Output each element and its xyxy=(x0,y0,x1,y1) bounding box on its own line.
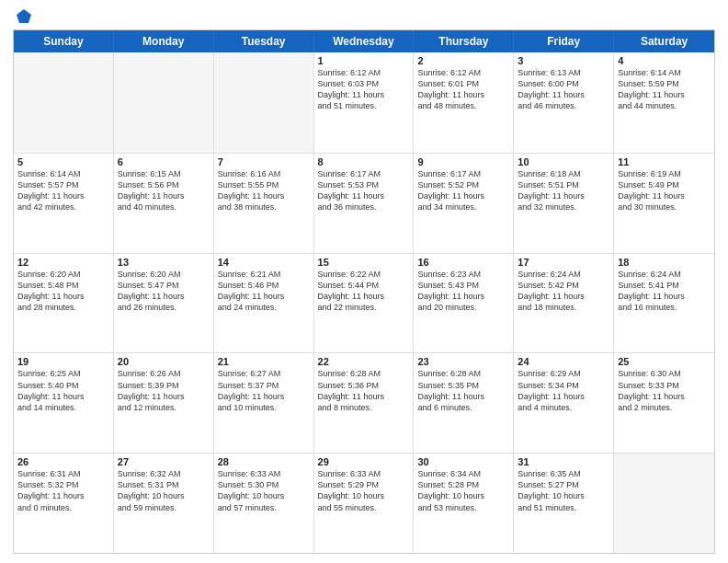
day-number: 18 xyxy=(618,257,711,268)
calendar-cell: 27Sunrise: 6:32 AM Sunset: 5:31 PM Dayli… xyxy=(114,454,214,553)
cell-info: Sunrise: 6:25 AM Sunset: 5:40 PM Dayligh… xyxy=(17,368,109,413)
calendar-cell: 6Sunrise: 6:15 AM Sunset: 5:56 PM Daylig… xyxy=(114,154,214,253)
logo xyxy=(13,9,33,22)
day-number: 12 xyxy=(17,257,109,268)
day-number: 17 xyxy=(518,257,609,268)
calendar-cell: 15Sunrise: 6:22 AM Sunset: 5:44 PM Dayli… xyxy=(314,254,415,353)
cell-info: Sunrise: 6:32 AM Sunset: 5:31 PM Dayligh… xyxy=(118,468,210,513)
calendar-cell: 12Sunrise: 6:20 AM Sunset: 5:48 PM Dayli… xyxy=(14,254,114,353)
cell-info: Sunrise: 6:12 AM Sunset: 6:03 PM Dayligh… xyxy=(318,67,410,112)
calendar: SundayMondayTuesdayWednesdayThursdayFrid… xyxy=(13,29,715,554)
calendar-cell: 4Sunrise: 6:14 AM Sunset: 5:59 PM Daylig… xyxy=(614,52,714,153)
cell-info: Sunrise: 6:15 AM Sunset: 5:56 PM Dayligh… xyxy=(118,168,210,213)
calendar-cell: 10Sunrise: 6:18 AM Sunset: 5:51 PM Dayli… xyxy=(514,154,614,253)
calendar-cell: 25Sunrise: 6:30 AM Sunset: 5:33 PM Dayli… xyxy=(614,353,714,453)
cell-info: Sunrise: 6:31 AM Sunset: 5:32 PM Dayligh… xyxy=(17,468,109,513)
cell-info: Sunrise: 6:30 AM Sunset: 5:33 PM Dayligh… xyxy=(618,368,711,413)
calendar-cell: 20Sunrise: 6:26 AM Sunset: 5:39 PM Dayli… xyxy=(114,353,214,453)
cell-info: Sunrise: 6:34 AM Sunset: 5:28 PM Dayligh… xyxy=(417,468,509,513)
cell-info: Sunrise: 6:33 AM Sunset: 5:29 PM Dayligh… xyxy=(318,468,410,513)
weekday-header: Saturday xyxy=(614,30,714,52)
calendar-header: SundayMondayTuesdayWednesdayThursdayFrid… xyxy=(14,30,714,52)
day-number: 4 xyxy=(618,55,711,66)
calendar-cell: 17Sunrise: 6:24 AM Sunset: 5:42 PM Dayli… xyxy=(514,254,614,353)
calendar-cell: 7Sunrise: 6:16 AM Sunset: 5:55 PM Daylig… xyxy=(214,154,314,253)
cell-info: Sunrise: 6:14 AM Sunset: 5:57 PM Dayligh… xyxy=(17,168,109,213)
cell-info: Sunrise: 6:14 AM Sunset: 5:59 PM Dayligh… xyxy=(618,67,711,112)
calendar-cell: 21Sunrise: 6:27 AM Sunset: 5:37 PM Dayli… xyxy=(214,353,314,453)
calendar-row: 19Sunrise: 6:25 AM Sunset: 5:40 PM Dayli… xyxy=(14,352,714,453)
day-number: 1 xyxy=(318,55,410,66)
cell-info: Sunrise: 6:17 AM Sunset: 5:52 PM Dayligh… xyxy=(417,168,509,213)
day-number: 11 xyxy=(618,156,711,167)
calendar-cell: 28Sunrise: 6:33 AM Sunset: 5:30 PM Dayli… xyxy=(214,454,314,553)
cell-info: Sunrise: 6:12 AM Sunset: 6:01 PM Dayligh… xyxy=(417,67,509,112)
calendar-cell: 13Sunrise: 6:20 AM Sunset: 5:47 PM Dayli… xyxy=(114,254,214,353)
day-number: 9 xyxy=(417,156,509,167)
calendar-cell: 31Sunrise: 6:35 AM Sunset: 5:27 PM Dayli… xyxy=(514,454,614,553)
day-number: 13 xyxy=(118,257,210,268)
day-number: 8 xyxy=(318,156,410,167)
day-number: 20 xyxy=(118,356,210,367)
cell-info: Sunrise: 6:24 AM Sunset: 5:41 PM Dayligh… xyxy=(618,269,711,314)
cell-info: Sunrise: 6:28 AM Sunset: 5:35 PM Dayligh… xyxy=(417,368,509,413)
calendar-cell: 29Sunrise: 6:33 AM Sunset: 5:29 PM Dayli… xyxy=(314,454,415,553)
cell-info: Sunrise: 6:13 AM Sunset: 6:00 PM Dayligh… xyxy=(518,67,609,112)
day-number: 28 xyxy=(218,456,310,467)
day-number: 26 xyxy=(17,456,109,467)
day-number: 29 xyxy=(318,456,410,467)
day-number: 7 xyxy=(218,156,310,167)
cell-info: Sunrise: 6:17 AM Sunset: 5:53 PM Dayligh… xyxy=(318,168,410,213)
calendar-cell: 9Sunrise: 6:17 AM Sunset: 5:52 PM Daylig… xyxy=(414,154,514,253)
day-number: 30 xyxy=(417,456,509,467)
calendar-cell xyxy=(114,52,214,153)
weekday-header: Friday xyxy=(514,30,614,52)
calendar-cell: 30Sunrise: 6:34 AM Sunset: 5:28 PM Dayli… xyxy=(414,454,514,553)
cell-info: Sunrise: 6:27 AM Sunset: 5:37 PM Dayligh… xyxy=(218,368,310,413)
calendar-cell: 5Sunrise: 6:14 AM Sunset: 5:57 PM Daylig… xyxy=(14,154,114,253)
cell-info: Sunrise: 6:20 AM Sunset: 5:47 PM Dayligh… xyxy=(118,269,210,314)
cell-info: Sunrise: 6:20 AM Sunset: 5:48 PM Dayligh… xyxy=(17,269,109,314)
cell-info: Sunrise: 6:19 AM Sunset: 5:49 PM Dayligh… xyxy=(618,168,711,213)
header xyxy=(13,9,715,22)
calendar-cell: 14Sunrise: 6:21 AM Sunset: 5:46 PM Dayli… xyxy=(214,254,314,353)
calendar-cell: 26Sunrise: 6:31 AM Sunset: 5:32 PM Dayli… xyxy=(14,454,114,553)
day-number: 25 xyxy=(618,356,711,367)
calendar-cell: 2Sunrise: 6:12 AM Sunset: 6:01 PM Daylig… xyxy=(414,52,514,153)
day-number: 10 xyxy=(518,156,609,167)
calendar-cell: 24Sunrise: 6:29 AM Sunset: 5:34 PM Dayli… xyxy=(514,353,614,453)
day-number: 19 xyxy=(17,356,109,367)
calendar-cell: 1Sunrise: 6:12 AM Sunset: 6:03 PM Daylig… xyxy=(314,52,415,153)
calendar-cell: 22Sunrise: 6:28 AM Sunset: 5:36 PM Dayli… xyxy=(314,353,415,453)
weekday-header: Wednesday xyxy=(314,30,415,52)
calendar-cell xyxy=(614,454,714,553)
day-number: 31 xyxy=(518,456,609,467)
day-number: 24 xyxy=(518,356,609,367)
cell-info: Sunrise: 6:35 AM Sunset: 5:27 PM Dayligh… xyxy=(518,468,609,513)
cell-info: Sunrise: 6:26 AM Sunset: 5:39 PM Dayligh… xyxy=(118,368,210,413)
day-number: 3 xyxy=(518,55,609,66)
calendar-cell xyxy=(14,52,114,153)
calendar-row: 12Sunrise: 6:20 AM Sunset: 5:48 PM Dayli… xyxy=(14,253,714,353)
cell-info: Sunrise: 6:18 AM Sunset: 5:51 PM Dayligh… xyxy=(518,168,609,213)
calendar-cell: 18Sunrise: 6:24 AM Sunset: 5:41 PM Dayli… xyxy=(614,254,714,353)
day-number: 5 xyxy=(17,156,109,167)
day-number: 21 xyxy=(218,356,310,367)
cell-info: Sunrise: 6:29 AM Sunset: 5:34 PM Dayligh… xyxy=(518,368,609,413)
day-number: 15 xyxy=(318,257,410,268)
day-number: 14 xyxy=(218,257,310,268)
calendar-row: 26Sunrise: 6:31 AM Sunset: 5:32 PM Dayli… xyxy=(14,453,714,553)
calendar-cell xyxy=(214,52,314,153)
weekday-header: Tuesday xyxy=(214,30,314,52)
weekday-header: Monday xyxy=(114,30,214,52)
day-number: 22 xyxy=(318,356,410,367)
cell-info: Sunrise: 6:33 AM Sunset: 5:30 PM Dayligh… xyxy=(218,468,310,513)
weekday-header: Sunday xyxy=(14,30,114,52)
cell-info: Sunrise: 6:21 AM Sunset: 5:46 PM Dayligh… xyxy=(218,269,310,314)
calendar-cell: 19Sunrise: 6:25 AM Sunset: 5:40 PM Dayli… xyxy=(14,353,114,453)
calendar-cell: 23Sunrise: 6:28 AM Sunset: 5:35 PM Dayli… xyxy=(414,353,514,453)
day-number: 2 xyxy=(417,55,509,66)
day-number: 27 xyxy=(118,456,210,467)
svg-marker-0 xyxy=(17,9,31,23)
calendar-body: 1Sunrise: 6:12 AM Sunset: 6:03 PM Daylig… xyxy=(14,52,714,553)
